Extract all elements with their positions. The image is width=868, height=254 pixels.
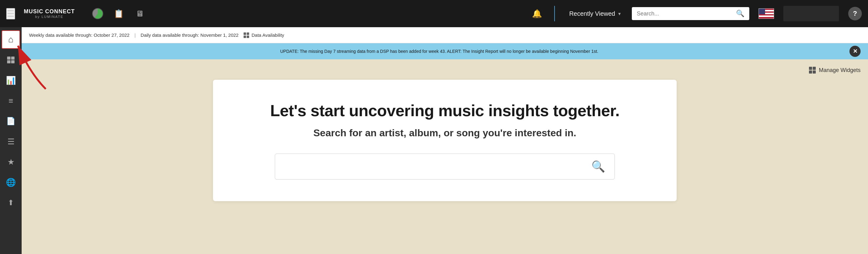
search-input[interactable] bbox=[637, 10, 733, 17]
sidebar-item-list[interactable]: ≡ bbox=[2, 92, 20, 110]
sidebar-item-star[interactable]: ★ bbox=[2, 153, 20, 171]
hero-search-input[interactable] bbox=[284, 162, 591, 171]
data-availability-button[interactable]: Data Availability bbox=[244, 32, 284, 38]
alert-bar: UPDATE: The missing Day 7 streaming data… bbox=[22, 43, 868, 59]
document-nav-button[interactable]: 📋 bbox=[111, 6, 126, 21]
main-content: Manage Widgets Let's start uncovering mu… bbox=[22, 59, 868, 254]
data-availability-label: Data Availability bbox=[252, 32, 284, 38]
logo-area: MUSIC CONNECT by LUMINATE bbox=[24, 9, 75, 19]
document-nav-icon: 📋 bbox=[114, 9, 124, 19]
manage-widgets-label: Manage Widgets bbox=[819, 67, 861, 73]
lines-icon: ☰ bbox=[7, 137, 14, 147]
grid-icon bbox=[7, 57, 14, 63]
sidebar-item-document[interactable]: 📄 bbox=[2, 112, 20, 130]
sidebar-item-home[interactable]: ⌂ bbox=[2, 30, 20, 49]
star-icon: ★ bbox=[7, 157, 14, 167]
manage-widgets-button[interactable]: Manage Widgets bbox=[809, 67, 861, 73]
hero-card: Let's start uncovering music insights to… bbox=[213, 80, 677, 201]
list-icon: ≡ bbox=[8, 96, 13, 106]
data-availability-grid-icon bbox=[244, 32, 249, 38]
search-icon[interactable]: 🔍 bbox=[736, 9, 744, 18]
monitor-nav-button[interactable]: 🖥 bbox=[132, 6, 147, 21]
sidebar: ⌂ 📊 ≡ 📄 ☰ ★ 🌐 ⬆ bbox=[0, 27, 22, 254]
document-icon: 📄 bbox=[6, 117, 16, 125]
top-nav: ☰ MUSIC CONNECT by LUMINATE 📋 🖥 🔔 Recent… bbox=[0, 0, 868, 27]
sidebar-item-grid[interactable] bbox=[2, 51, 20, 69]
daily-data-text: Daily data available through: November 1… bbox=[141, 32, 239, 38]
hero-search-icon[interactable]: 🔍 bbox=[591, 160, 605, 173]
data-bar: Weekly data available through: October 2… bbox=[22, 27, 868, 43]
logo-music-connect: MUSIC CONNECT bbox=[24, 9, 75, 15]
monitor-nav-icon: 🖥 bbox=[136, 9, 144, 19]
home-icon: ⌂ bbox=[8, 35, 13, 44]
help-button[interactable]: ? bbox=[848, 7, 862, 21]
alert-text: UPDATE: The missing Day 7 streaming data… bbox=[29, 49, 849, 54]
bell-icon[interactable]: 🔔 bbox=[532, 9, 542, 19]
sidebar-item-lines[interactable]: ☰ bbox=[2, 132, 20, 151]
flag-area[interactable] bbox=[758, 8, 774, 19]
data-bar-separator: | bbox=[134, 32, 136, 38]
hero-search-bar: 🔍 bbox=[275, 154, 615, 180]
globe-icon: 🌐 bbox=[6, 178, 16, 187]
upload-icon: ⬆ bbox=[8, 198, 14, 207]
recently-viewed-button[interactable]: Recently Viewed ▾ bbox=[564, 8, 626, 20]
hero-subtitle: Search for an artist, album, or song you… bbox=[231, 127, 658, 139]
chart-icon: 📊 bbox=[6, 76, 16, 85]
manage-widgets-icon bbox=[809, 67, 816, 73]
recently-viewed-label: Recently Viewed bbox=[569, 10, 615, 17]
user-profile-area[interactable] bbox=[783, 6, 839, 21]
search-bar: 🔍 bbox=[632, 7, 749, 20]
hamburger-button[interactable]: ☰ bbox=[6, 8, 15, 20]
logo-by-luminate: by LUMINATE bbox=[35, 15, 63, 19]
sidebar-item-upload[interactable]: ⬆ bbox=[2, 193, 20, 212]
weekly-data-text: Weekly data available through: October 2… bbox=[29, 32, 129, 38]
sidebar-item-globe[interactable]: 🌐 bbox=[2, 173, 20, 192]
hero-title: Let's start uncovering music insights to… bbox=[231, 101, 658, 120]
analytics-circle-icon bbox=[92, 8, 103, 19]
nav-divider bbox=[554, 6, 555, 21]
sidebar-item-chart[interactable]: 📊 bbox=[2, 71, 20, 90]
us-flag-icon bbox=[758, 8, 774, 19]
alert-close-button[interactable]: ✕ bbox=[849, 46, 861, 57]
analytics-circle-button[interactable] bbox=[90, 6, 105, 21]
chevron-down-icon: ▾ bbox=[618, 11, 621, 17]
